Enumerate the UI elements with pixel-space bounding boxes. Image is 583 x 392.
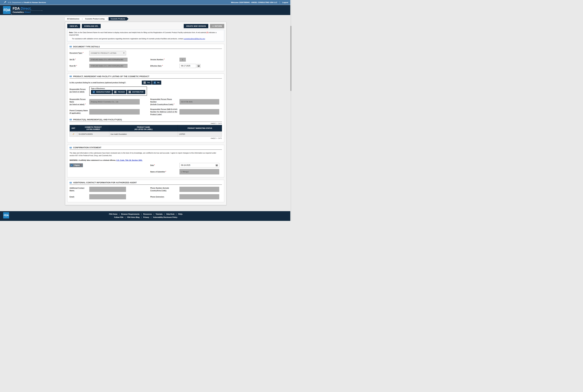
- responsible-person-name-label[interactable]: Responsible Person Name (as listed on la…: [70, 98, 89, 106]
- product-name-cell: true match foundation: [109, 132, 178, 137]
- create-new-version-button[interactable]: CREATE NEW VERSION: [184, 24, 208, 28]
- section-product-ingredient-facility: PRODUCT, INGREDIENT AND FACILITY LISTING…: [67, 74, 224, 142]
- collapse-section-icon[interactable]: [70, 119, 72, 120]
- breadcrumb-all-submissions[interactable]: All Submissions: [65, 17, 81, 20]
- main-form-card: VIEW SPL DOWNLOAD SPL CREATE NEW VERSION…: [65, 22, 226, 205]
- document-type-select[interactable]: COSMETIC PRODUCT LISTING: [89, 51, 126, 55]
- breadcrumb-cosmetic-products-active[interactable]: Cosmetic Products: [109, 17, 129, 20]
- brand-fda-direct-italic: Direct,: [21, 6, 32, 10]
- section-header: PRODUCT(S), INGREDIENT(S), AND FACILITY(…: [70, 118, 222, 122]
- scrollbar-thumb[interactable]: [290, 26, 292, 91]
- page-footer: FDA FDA Home Browser Requirements Resour…: [0, 211, 292, 221]
- footer-link-vulnerability-policy[interactable]: Vulnerability Disclosure Policy: [153, 216, 177, 218]
- footer-link-help-desk[interactable]: Help Desk: [166, 213, 178, 215]
- section-header: ADDITIONAL CONTACT INFORMATION FOR AUTHO…: [70, 182, 222, 185]
- effective-date-label[interactable]: Effective Date:*: [150, 65, 179, 67]
- logout-link[interactable]: Logout: [282, 2, 288, 3]
- checkbox-icon: ✓: [93, 91, 95, 93]
- section-title: DOCUMENT TYPE DETAILS: [73, 46, 100, 48]
- section-title: PRODUCT(S), INGREDIENT(S), AND FACILITY(…: [73, 118, 122, 121]
- email-label[interactable]: Email:: [70, 196, 89, 198]
- footer-link-fda-voice-blog[interactable]: FDA Voice Blog: [127, 216, 143, 218]
- effective-date-input[interactable]: [179, 64, 196, 68]
- responsible-person-duns-label[interactable]: Responsible Person D&B D-U-N-S Number fo…: [150, 108, 179, 116]
- collapse-section-icon[interactable]: [70, 46, 72, 47]
- agent-phone-number-label[interactable]: Phone Number (Include Country/Area Code)…: [150, 187, 179, 192]
- collapse-section-icon[interactable]: [70, 147, 72, 148]
- footer-link-fda-home[interactable]: FDA Home: [109, 213, 121, 215]
- required-asterisk-legend: (*): [206, 32, 208, 33]
- footer-link-tutorials[interactable]: Tutorials: [156, 213, 166, 215]
- business-type-manufacturer-checkbox[interactable]: ✓ MANUFACTURER: [91, 90, 112, 94]
- responsible-person-label[interactable]: Responsible Person (as listed on label):: [70, 86, 89, 93]
- version-number-label[interactable]: Version Number:*: [150, 58, 179, 61]
- breadcrumb-cosmetic-product-listing[interactable]: Cosmetic Product Listing: [83, 17, 106, 20]
- products-table: EDIT COSMETIC PRODUCT LISTING NUMBER PRO…: [70, 125, 222, 137]
- phone-extension-label[interactable]: Phone Extension:: [150, 196, 179, 198]
- responsible-person-phone-field: 152-6738-3641: [179, 99, 219, 104]
- set-id-field: 37d01e82-bbda-a7cc-e063-6294a90acfb0: [89, 58, 128, 62]
- scrollbar-track[interactable]: [290, 0, 292, 221]
- date-label[interactable]: Date*: [150, 164, 179, 166]
- section-title: CONFIRMATION STATEMENT: [73, 146, 101, 149]
- small-business-yes-checkbox[interactable]: ✓ Yes: [142, 80, 152, 85]
- set-id-label[interactable]: Set ID:*: [70, 58, 89, 61]
- section-additional-contact: ADDITIONAL CONTACT INFORMATION FOR AUTHO…: [67, 180, 224, 202]
- collapse-section-icon[interactable]: [70, 76, 72, 77]
- column-header-product-name: PRODUCT NAME (AS LISTED ON LABEL): [109, 125, 178, 132]
- additional-contact-name-label[interactable]: Additional Contact Name:: [70, 187, 89, 192]
- document-type-label[interactable]: Document Type:*: [70, 52, 89, 54]
- footer-link-faqs[interactable]: FAQs: [178, 213, 182, 215]
- breadcrumb: All Submissions ❯ Cosmetic Product Listi…: [65, 17, 226, 20]
- column-header-marketing-status: PRODUCT MARKETING STATUS: [178, 125, 222, 132]
- hhs-top-bar: U.S. Department ofHealth & Human Service…: [0, 0, 292, 5]
- section-title: ADDITIONAL CONTACT INFORMATION FOR AUTHO…: [73, 182, 137, 184]
- edit-pencil-icon[interactable]: ✎: [72, 133, 75, 135]
- section-header: DOCUMENT TYPE DETAILS: [70, 46, 222, 49]
- section-header: PRODUCT, INGREDIENT AND FACILITY LISTING…: [70, 75, 222, 78]
- checkbox-icon: ✓: [71, 164, 73, 166]
- parent-company-name-label[interactable]: Parent Company Name (if applicable):: [70, 109, 89, 114]
- section-document-type-details: DOCUMENT TYPE DETAILS Document Type:* CO…: [67, 44, 224, 71]
- responsible-person-duns-field: [179, 109, 219, 114]
- business-type-packer-checkbox[interactable]: ✓ PACKER: [113, 90, 126, 94]
- footer-link-privacy[interactable]: Privacy: [143, 216, 153, 218]
- business-type-distributor-checkbox[interactable]: ✓ DISTRIBUTOR: [127, 90, 145, 94]
- footer-link-resources[interactable]: Resources: [143, 213, 156, 215]
- view-spl-button[interactable]: VIEW SPL: [67, 24, 80, 28]
- checkbox-icon: ✓: [154, 82, 156, 84]
- fda-logo: FDA: [3, 6, 11, 14]
- name-of-submitter-label[interactable]: Name of Submitter*: [150, 170, 179, 173]
- i-agree-checkbox[interactable]: ✓ I Agree *: [70, 164, 83, 167]
- footer-link-browser-requirements[interactable]: Browser Requirements: [121, 213, 143, 215]
- confirmation-date-input[interactable]: [180, 163, 214, 167]
- return-button[interactable]: << RETURN: [210, 24, 224, 28]
- hhs-eagle-icon: [3, 1, 7, 4]
- brand-header: FDA FDA Direct, Cosmetics Direct: [0, 5, 292, 15]
- warning-text: WARNING: A willfully false statement is …: [70, 159, 222, 161]
- fda-footer-logo: FDA: [3, 212, 9, 218]
- responsible-person-phone-label[interactable]: Responsible Person Phone Number (Include…: [150, 98, 179, 106]
- type-of-business-box: Type of Business: ✓ MANUFACTURER ✓ PACKE…: [89, 86, 147, 96]
- footer-link-follow-fda[interactable]: Follow FDA: [114, 216, 127, 218]
- download-spl-button[interactable]: DOWNLOAD SPL: [82, 24, 101, 28]
- footer-links-row-1: FDA Home Browser Requirements Resources …: [0, 213, 292, 215]
- root-id-field: 37d01e82-bbdb-a7cc-e063-6294a90acfb0: [89, 64, 128, 68]
- calendar-icon[interactable]: [197, 64, 201, 68]
- root-id-label[interactable]: Root ID:*: [70, 65, 89, 67]
- small-business-no-checkbox[interactable]: ✓ No: [152, 80, 161, 85]
- section-title: PRODUCT, INGREDIENT AND FACILITY LISTING…: [73, 75, 149, 78]
- welcome-user-text: Welcome 15267383641 - ANGEL CONSULTING U…: [231, 2, 277, 3]
- calendar-icon[interactable]: [215, 164, 219, 167]
- agent-phone-number-field: [179, 187, 219, 192]
- brand-wordmark: FDA Direct, Cosmetics Direct: [13, 6, 32, 14]
- chevron-down-icon: [123, 53, 125, 54]
- contact-email-link[interactable]: cosmeticsdirect@fda.hhs.gov: [184, 38, 205, 40]
- brand-fda-direct-bold: FDA: [13, 6, 20, 10]
- listing-number-cell: 53-329479-303201: [77, 132, 109, 137]
- additional-contact-name-field: [89, 187, 126, 192]
- email-field: [89, 194, 126, 199]
- small-business-question-label[interactable]: Is this a product listing for a small bu…: [70, 81, 141, 84]
- us-code-link[interactable]: U.S. Code, Title 18, Section 1001.: [116, 159, 142, 161]
- collapse-section-icon[interactable]: [70, 182, 72, 184]
